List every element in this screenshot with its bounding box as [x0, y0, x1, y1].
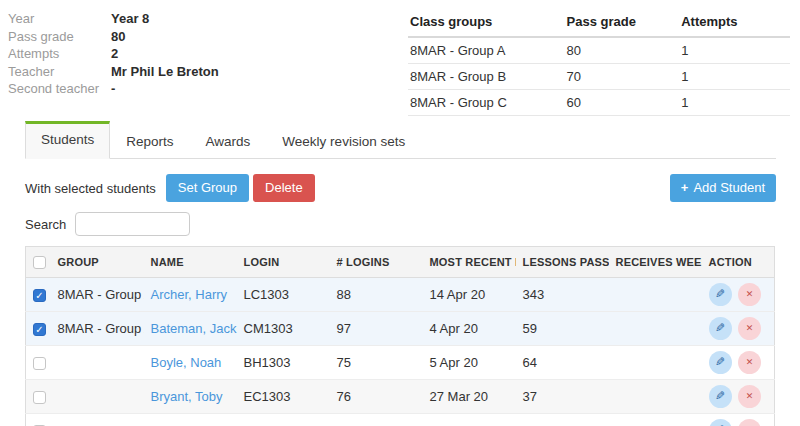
login-cell: EC1303	[237, 379, 330, 413]
add-student-button[interactable]: +Add Student	[670, 174, 776, 202]
delete-student-button[interactable]: ✕	[738, 351, 761, 374]
edit-pencil-icon: ✎	[715, 317, 725, 340]
row-checkbox[interactable]: ✓	[33, 391, 46, 404]
edit-pencil-icon: ✎	[715, 419, 725, 426]
lessons-passed-cell: 59	[516, 311, 609, 345]
info-row-teacher: Teacher Mr Phil Le Breton	[8, 63, 219, 81]
action-column-header: ACTION	[702, 247, 775, 278]
group-cell	[51, 413, 144, 426]
row-checkbox[interactable]: ✓	[33, 289, 46, 302]
tab-awards[interactable]: Awards	[190, 121, 267, 159]
info-label: Second teacher	[8, 80, 111, 98]
info-label: Attempts	[8, 45, 111, 63]
edit-student-button[interactable]: ✎	[709, 385, 732, 408]
delete-button[interactable]: Delete	[253, 174, 315, 202]
receives-weekly-cell	[609, 277, 702, 311]
info-label: Pass grade	[8, 28, 111, 46]
class-detail-panel: Students Reports Awards Weekly revision …	[25, 121, 776, 426]
student-name-link[interactable]: Boyle, Noah	[151, 355, 222, 370]
row-checkbox[interactable]: ✓	[33, 357, 46, 370]
receives-weekly-cell	[609, 413, 702, 426]
lessons-passed-cell: 343	[516, 277, 609, 311]
lessons-passed-column-header: LESSONS PASSED	[516, 247, 609, 278]
num-logins-cell: 88	[330, 277, 423, 311]
students-table: ✓ GROUP NAME LOGIN # LOGINS MOST RECENT …	[25, 246, 775, 426]
most-recent-cell: 4 Apr 20	[423, 311, 516, 345]
class-info-panel: Year Year 8 Pass grade 80 Attempts 2 Tea…	[8, 10, 219, 98]
class-group-row: 8MAR - Group C 60 1	[408, 90, 790, 116]
tab-reports[interactable]: Reports	[110, 121, 189, 159]
student-row: ✓ 8MAR - Group A Bateman, Jack CM1303 97…	[26, 311, 775, 345]
info-label: Year	[8, 10, 111, 28]
most-recent-cell: 27 Mar 20	[423, 379, 516, 413]
set-group-button[interactable]: Set Group	[166, 174, 249, 202]
plus-icon: +	[681, 180, 689, 195]
search-input[interactable]	[75, 212, 190, 236]
info-row-second-teacher: Second teacher -	[8, 80, 219, 98]
info-row-pass-grade: Pass grade 80	[8, 28, 219, 46]
group-column-header: GROUP	[51, 247, 144, 278]
login-cell: CM1303	[237, 311, 330, 345]
info-value: 2	[111, 45, 118, 63]
info-label: Teacher	[8, 63, 111, 81]
tab-students[interactable]: Students	[25, 121, 110, 159]
num-logins-cell: 90	[330, 413, 423, 426]
student-name-link[interactable]: Bateman, Jack	[151, 321, 237, 336]
search-row: Search	[25, 212, 776, 236]
delete-student-button[interactable]: ✕	[738, 419, 761, 426]
info-row-year: Year Year 8	[8, 10, 219, 28]
row-checkbox[interactable]: ✓	[33, 323, 46, 336]
info-row-attempts: Attempts 2	[8, 45, 219, 63]
delete-x-icon: ✕	[746, 283, 754, 306]
group-pass-grade: 70	[565, 64, 680, 90]
student-name-link[interactable]: Chapman, Shawn	[151, 423, 237, 426]
receives-weekly-cell	[609, 311, 702, 345]
group-cell: 8MAR - Group A	[51, 277, 144, 311]
edit-pencil-icon: ✎	[715, 351, 725, 374]
student-name-link[interactable]: Archer, Harry	[151, 287, 228, 302]
info-value: -	[111, 80, 115, 98]
group-pass-grade: 80	[565, 37, 680, 64]
edit-student-button[interactable]: ✎	[709, 351, 732, 374]
delete-student-button[interactable]: ✕	[738, 385, 761, 408]
tab-weekly-revision-sets[interactable]: Weekly revision sets	[266, 121, 421, 159]
receives-weekly-column-header: RECEIVES WEEKL...	[609, 247, 702, 278]
select-all-checkbox[interactable]: ✓	[33, 256, 46, 269]
class-group-row: 8MAR - Group B 70 1	[408, 64, 790, 90]
class-group-row: 8MAR - Group A 80 1	[408, 37, 790, 64]
group-name: 8MAR - Group B	[408, 64, 565, 90]
selected-students-toolbar: With selected students Set Group Delete …	[25, 174, 776, 202]
most-recent-cell: 23 Mar 20	[423, 413, 516, 426]
search-label: Search	[25, 217, 66, 232]
login-cell: TC1303	[237, 413, 330, 426]
group-attempts: 1	[679, 90, 790, 116]
student-row: ✓ Chapman, Shawn TC1303 90 23 Mar 20 82 …	[26, 413, 775, 426]
delete-student-button[interactable]: ✕	[738, 317, 761, 340]
edit-pencil-icon: ✎	[715, 283, 725, 306]
group-cell	[51, 345, 144, 379]
delete-x-icon: ✕	[746, 351, 754, 374]
info-value: Mr Phil Le Breton	[111, 63, 219, 81]
receives-weekly-cell	[609, 379, 702, 413]
group-name: 8MAR - Group A	[408, 37, 565, 64]
edit-student-button[interactable]: ✎	[709, 419, 732, 426]
delete-x-icon: ✕	[746, 385, 754, 408]
edit-student-button[interactable]: ✎	[709, 283, 732, 306]
login-column-header: LOGIN	[237, 247, 330, 278]
tab-bar: Students Reports Awards Weekly revision …	[25, 121, 776, 159]
students-header-row: ✓ GROUP NAME LOGIN # LOGINS MOST RECENT …	[26, 247, 775, 278]
attempts-header: Attempts	[679, 8, 790, 37]
num-logins-cell: 97	[330, 311, 423, 345]
receives-weekly-cell	[609, 345, 702, 379]
num-logins-cell: 75	[330, 345, 423, 379]
class-groups-header-row: Class groups Pass grade Attempts	[408, 8, 790, 37]
login-cell: BH1303	[237, 345, 330, 379]
info-value: Year 8	[111, 10, 149, 28]
check-icon: ✓	[34, 290, 45, 302]
delete-x-icon: ✕	[746, 419, 754, 426]
group-attempts: 1	[679, 64, 790, 90]
edit-student-button[interactable]: ✎	[709, 317, 732, 340]
delete-student-button[interactable]: ✕	[738, 283, 761, 306]
student-name-link[interactable]: Bryant, Toby	[151, 389, 223, 404]
group-cell	[51, 379, 144, 413]
